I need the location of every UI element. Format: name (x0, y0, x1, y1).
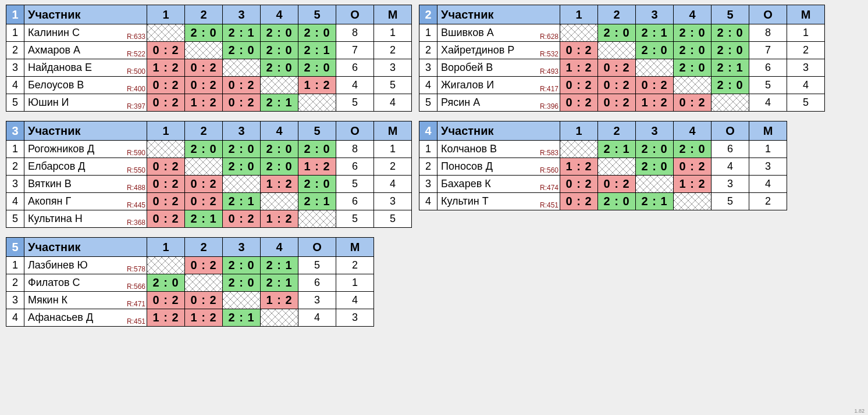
score-cell: 2 : 1 (223, 24, 261, 42)
participant-rating: R:471 (127, 300, 145, 308)
table-row: 5Рясин АR:3960 : 20 : 21 : 20 : 245 (419, 94, 825, 112)
score-cell (185, 274, 223, 292)
participant-rating: R:488 (127, 184, 145, 192)
score-cell: 1 : 2 (147, 309, 185, 327)
score-cell: 0 : 2 (636, 77, 674, 94)
score-cell (560, 141, 598, 158)
row-number: 5 (6, 94, 24, 112)
table-row: 1Колчанов ВR:5832 : 12 : 02 : 061 (419, 141, 787, 158)
score-cell: 0 : 2 (185, 257, 223, 274)
score-cell: 2 : 0 (261, 24, 298, 42)
score-cell: 2 : 1 (261, 94, 298, 112)
col-header-4: 4 (261, 121, 298, 141)
score-cell: 0 : 2 (147, 210, 185, 228)
row-number: 3 (6, 59, 24, 77)
score-cell: 0 : 2 (560, 77, 598, 94)
score-cell (185, 158, 223, 176)
score-cell: 0 : 2 (560, 42, 598, 59)
participant-name: Жигалов И (441, 79, 494, 91)
score-cell: 2 : 0 (261, 158, 298, 176)
group-3: 3Участник12345ОМ1Рогожников ДR:5902 : 02… (6, 121, 412, 228)
participant-name: Юшин И (28, 96, 69, 108)
col-header-1: 1 (147, 238, 185, 257)
place-cell: 2 (787, 42, 825, 59)
score-cell: 1 : 2 (298, 77, 336, 94)
sum-cell: 8 (749, 24, 787, 42)
sum-cell: 4 (336, 77, 374, 94)
participant-cell: Рясин АR:396 (437, 94, 560, 112)
place-cell: 2 (374, 42, 412, 59)
participant-rating: R:566 (127, 282, 145, 291)
table-row: 2Филатов СR:5662 : 02 : 02 : 161 (6, 274, 374, 292)
participant-cell: Мякин КR:471 (24, 292, 147, 309)
place-cell: 5 (787, 94, 825, 112)
row-number: 3 (6, 176, 24, 193)
col-header-5: 5 (712, 5, 749, 24)
participant-name: Филатов С (28, 277, 80, 288)
place-cell: 3 (374, 193, 412, 210)
sum-cell: 6 (336, 59, 374, 77)
participant-name: Рогожников Д (28, 143, 94, 155)
group-table: 3Участник12345ОМ1Рогожников ДR:5902 : 02… (6, 121, 412, 228)
row-number: 2 (419, 158, 437, 176)
score-cell: 2 : 1 (223, 193, 261, 210)
score-cell: 0 : 2 (185, 292, 223, 309)
group-table: 5Участник1234ОМ1Лазбинев ЮR:5780 : 22 : … (6, 237, 374, 327)
participant-rating: R:633 (127, 33, 145, 41)
table-row: 4Культин ТR:4510 : 22 : 02 : 152 (419, 193, 787, 210)
score-cell: 2 : 1 (636, 193, 674, 210)
score-cell: 2 : 1 (598, 141, 636, 158)
score-cell: 2 : 0 (298, 176, 336, 193)
participant-rating: R:396 (540, 102, 558, 110)
participant-name: Воробей В (441, 62, 493, 73)
col-header-3: 3 (223, 5, 261, 24)
group-number-header: 3 (6, 121, 24, 141)
group-2: 2Участник12345ОМ1Вшивков АR:6282 : 02 : … (419, 5, 825, 112)
score-cell: 2 : 0 (223, 158, 261, 176)
score-cell: 0 : 2 (223, 77, 261, 94)
sum-cell: 6 (749, 59, 787, 77)
participant-name: Вшивков А (441, 27, 494, 38)
page: 1Участник12345ОМ1Калинин СR:6332 : 02 : … (0, 0, 868, 337)
participant-cell: Вшивков АR:628 (437, 24, 560, 42)
score-cell: 0 : 2 (598, 94, 636, 112)
participant-cell: Афанасьев ДR:451 (24, 309, 147, 327)
score-cell (261, 77, 298, 94)
table-row: 2Елбарсов ДR:5500 : 22 : 02 : 01 : 262 (6, 158, 412, 176)
score-cell: 2 : 0 (636, 158, 674, 176)
sum-cell: 6 (336, 193, 374, 210)
score-cell: 2 : 0 (598, 193, 636, 210)
col-header-1: 1 (560, 121, 598, 141)
sum-cell: 5 (712, 193, 749, 210)
score-cell: 2 : 1 (261, 274, 298, 292)
place-cell: 3 (374, 59, 412, 77)
table-row: 3Бахарев КR:4740 : 20 : 21 : 234 (419, 176, 787, 193)
score-cell: 2 : 0 (712, 77, 749, 94)
participant-name: Бахарев К (441, 178, 491, 189)
score-cell: 2 : 0 (261, 59, 298, 77)
score-cell: 2 : 0 (298, 59, 336, 77)
score-cell (674, 77, 712, 94)
participant-cell: Вяткин ВR:488 (24, 176, 147, 193)
score-cell: 2 : 0 (636, 141, 674, 158)
score-cell: 1 : 2 (185, 309, 223, 327)
score-cell: 0 : 2 (147, 42, 185, 59)
table-row: 1Калинин СR:6332 : 02 : 12 : 02 : 081 (6, 24, 412, 42)
score-cell: 1 : 2 (147, 59, 185, 77)
participant-rating: R:500 (127, 67, 145, 76)
sum-cell: 5 (298, 257, 336, 274)
row-number: 1 (6, 24, 24, 42)
sum-cell: 5 (336, 176, 374, 193)
col-header-1: 1 (147, 121, 185, 141)
score-cell (712, 94, 749, 112)
score-cell (147, 24, 185, 42)
group-number-header: 4 (419, 121, 437, 141)
score-cell: 1 : 2 (261, 292, 298, 309)
sum-cell: 7 (336, 42, 374, 59)
table-row: 4Акопян ГR:4450 : 20 : 22 : 12 : 163 (6, 193, 412, 210)
sum-cell: 8 (336, 24, 374, 42)
place-cell: 2 (749, 193, 787, 210)
score-cell: 2 : 0 (674, 141, 712, 158)
score-cell: 0 : 2 (147, 176, 185, 193)
group-table: 2Участник12345ОМ1Вшивков АR:6282 : 02 : … (419, 5, 825, 112)
